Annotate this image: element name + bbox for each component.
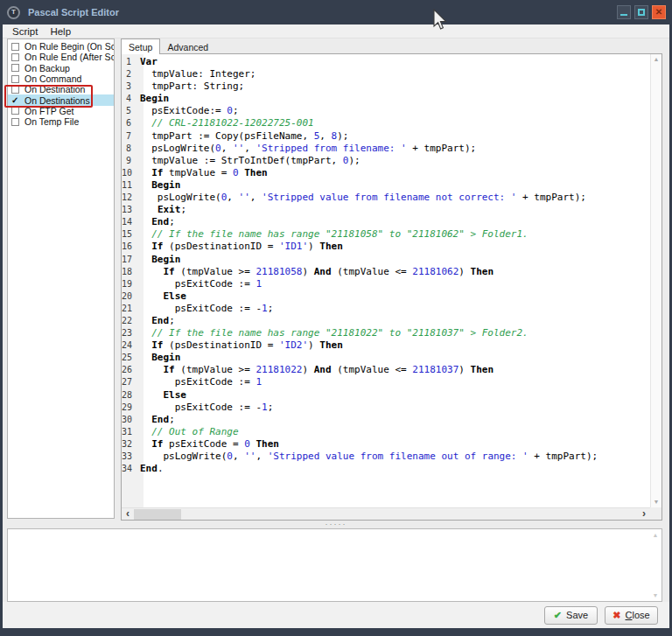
line-number: 1	[122, 56, 137, 68]
line-number: 15	[122, 228, 137, 241]
code-text: If psExitCode = 0 Then	[137, 438, 279, 451]
sidebar-item-on-backup[interactable]: On Backup	[8, 63, 114, 73]
checkbox[interactable]	[11, 107, 19, 115]
code-line: 20 Else	[122, 290, 650, 303]
line-number: 8	[122, 143, 137, 155]
splitter[interactable]: ·····	[3, 521, 669, 528]
tab-advanced[interactable]: Advanced	[160, 40, 215, 54]
line-number: 24	[122, 339, 137, 352]
code-text: psExitCode := -1;	[137, 402, 273, 414]
code-text: tmpValue: Integer;	[137, 68, 256, 80]
sidebar-item-on-ftp-get[interactable]: On FTP Get	[8, 106, 114, 116]
editor-vertical-scrollbar[interactable]: ▲ ▼	[650, 54, 662, 507]
code-text: psExitCode := 1	[137, 278, 262, 290]
code-line: 6 // CRL-21181022-12022725-001	[122, 117, 650, 129]
scroll-right-icon[interactable]: ›	[638, 508, 650, 520]
checkbox[interactable]	[11, 75, 19, 83]
checkbox[interactable]	[11, 86, 19, 94]
code-line: 34End.	[122, 463, 650, 475]
code-line: 29 psExitCode := -1;	[122, 402, 650, 414]
title-bar[interactable]: T Pascal Script Editor ✕	[0, 0, 672, 24]
memo-scroll-up-icon[interactable]: ▲	[651, 531, 660, 539]
code-editor[interactable]: 1Var2 tmpValue: Integer;3 tmpPart: Strin…	[121, 53, 662, 521]
close-button[interactable]: ✖ Close	[605, 606, 658, 625]
code-text: Begin	[137, 352, 180, 364]
menu-item-script[interactable]: Script	[6, 25, 44, 38]
line-number: 26	[122, 364, 137, 376]
code-area[interactable]: 1Var2 tmpValue: Integer;3 tmpPart: Strin…	[122, 54, 650, 507]
sidebar-item-on-command[interactable]: On Command	[8, 73, 114, 84]
code-text: If (tmpValue >= 21181022) And (tmpValue …	[137, 364, 494, 376]
code-line: 12 psLogWrite(0, '', 'Stripped value fro…	[122, 192, 650, 204]
sidebar-item-on-temp-file[interactable]: On Temp File	[8, 116, 114, 127]
line-number: 21	[122, 303, 137, 315]
maximize-button[interactable]	[634, 5, 648, 19]
sidebar-item-on-destinations[interactable]: ✓On Destinations	[8, 94, 114, 105]
code-line: 28 Else	[122, 389, 650, 402]
output-memo[interactable]: ▲ ▼	[7, 528, 662, 602]
checkbox[interactable]	[11, 53, 19, 61]
pascal-script-editor-window: T Pascal Script Editor ✕ ScriptHelp On R…	[0, 0, 672, 636]
sidebar-item-on-rule-begin-on-scan-[interactable]: On Rule Begin (On Scan)	[8, 41, 114, 52]
close-window-button[interactable]: ✕	[652, 5, 666, 19]
code-text: Var	[137, 56, 158, 68]
code-text: Begin	[137, 254, 180, 266]
code-line: 22 End;	[122, 315, 650, 327]
sidebar-item-label: On Destinations	[24, 95, 90, 106]
scrollbar-corner	[650, 507, 662, 520]
scroll-up-icon[interactable]: ▲	[651, 55, 662, 64]
checked-checkbox-icon[interactable]: ✓	[11, 96, 21, 105]
line-number: 25	[122, 352, 137, 364]
code-text: Else	[137, 290, 186, 303]
main-area: On Rule Begin (On Scan)On Rule End (Afte…	[3, 38, 669, 628]
scroll-down-icon[interactable]: ▼	[651, 498, 662, 507]
editor-horizontal-scrollbar[interactable]: ‹ ›	[122, 507, 650, 520]
code-line: 21 psExitCode := -1;	[122, 303, 650, 315]
line-number: 22	[122, 315, 137, 327]
sidebar-item-label: On Rule End (After Scan)	[24, 52, 115, 62]
code-line: 33 psLogWrite(0, '', 'Stripped value fro…	[122, 451, 650, 463]
save-button[interactable]: ✔ Save	[544, 606, 598, 625]
code-text: // If the file name has range "21181058"…	[137, 228, 528, 241]
code-line: 30 End;	[122, 414, 650, 426]
sidebar-item-on-rule-end-after-scan-[interactable]: On Rule End (After Scan)	[8, 52, 114, 62]
line-number: 34	[122, 463, 137, 475]
code-line: 17 Begin	[122, 254, 650, 266]
minimize-button[interactable]	[617, 5, 631, 19]
code-text: End;	[137, 414, 175, 426]
tab-strip: SetupAdvanced	[121, 38, 215, 54]
code-text: End.	[137, 463, 164, 475]
line-number: 9	[122, 155, 137, 167]
menu-item-help[interactable]: Help	[44, 25, 77, 38]
line-number: 10	[122, 167, 137, 179]
code-line: 1Var	[122, 56, 650, 68]
sidebar-item-on-destination[interactable]: On Destination	[8, 84, 114, 94]
code-text: If (tmpValue >= 21181058) And (tmpValue …	[137, 266, 494, 278]
code-text: Else	[137, 389, 186, 402]
sidebar-item-label: On Backup	[24, 63, 70, 73]
line-number: 19	[122, 278, 137, 290]
splitter-grip-icon: ·····	[326, 522, 347, 527]
checkbox[interactable]	[11, 64, 19, 72]
line-number: 32	[122, 438, 137, 451]
code-line: 26 If (tmpValue >= 21181022) And (tmpVal…	[122, 364, 650, 376]
horizontal-scroll-thumb[interactable]	[134, 509, 181, 520]
event-list: On Rule Begin (On Scan)On Rule End (Afte…	[7, 38, 115, 519]
tab-setup[interactable]: Setup	[121, 38, 160, 54]
line-number: 5	[122, 105, 137, 117]
checkbox[interactable]	[11, 43, 19, 51]
code-text: psLogWrite(0, '', 'Stripped value from f…	[137, 451, 598, 463]
line-number: 11	[122, 179, 137, 192]
memo-scroll-down-icon[interactable]: ▼	[651, 591, 660, 599]
line-number: 2	[122, 68, 137, 80]
code-text: tmpPart: String;	[137, 80, 244, 93]
close-x-icon: ✖	[612, 611, 620, 620]
code-line: 8 psLogWrite(0, '', 'Stripped from filen…	[122, 143, 650, 155]
line-number: 16	[122, 241, 137, 253]
checkbox[interactable]	[11, 118, 19, 126]
menu-bar: ScriptHelp	[3, 24, 669, 38]
scroll-left-icon[interactable]: ‹	[122, 508, 134, 520]
line-number: 20	[122, 290, 137, 303]
line-number: 6	[122, 117, 137, 129]
line-number: 33	[122, 451, 137, 463]
